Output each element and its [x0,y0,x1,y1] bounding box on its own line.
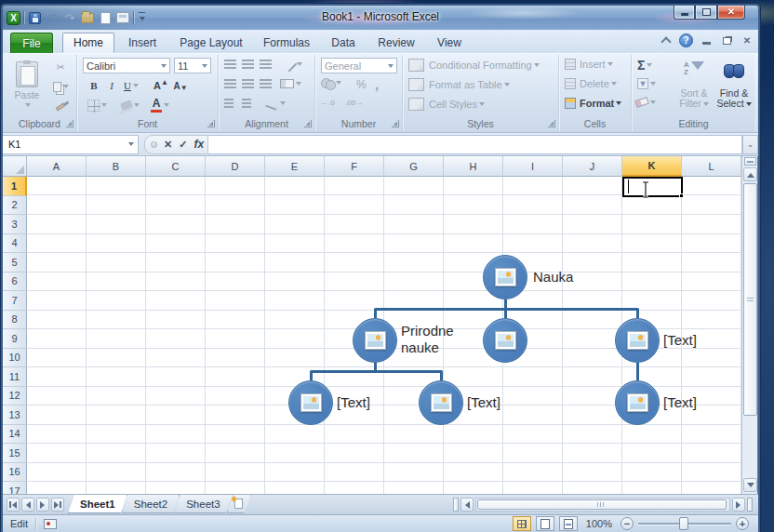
align-bottom-button[interactable] [260,60,272,69]
row-header-5[interactable]: 5 [3,253,27,273]
shrink-font-button[interactable]: A▼ [172,77,189,94]
diagram-node-label[interactable]: [Text] [337,394,370,411]
column-header-E[interactable]: E [265,156,325,177]
align-top-button[interactable] [224,60,236,69]
column-header-B[interactable]: B [87,156,146,177]
tab-file[interactable]: File [10,33,53,53]
tab-formulas[interactable]: Formulas [256,33,317,53]
font-color-button[interactable]: A [148,97,172,113]
row-header-8[interactable]: 8 [3,311,27,330]
diagram-node-label[interactable]: [Text] [467,394,500,411]
insert-cells-button[interactable]: Insert [565,59,628,70]
scroll-up-button[interactable] [743,167,757,181]
sort-filter-icon-area[interactable]: AZ [676,58,712,80]
column-header-C[interactable]: C [146,156,206,177]
close-button[interactable]: ✕ [717,6,745,20]
diagram-node-level2-3[interactable] [615,318,660,363]
row-header-10[interactable]: 10 [3,349,27,368]
picture-placeholder-icon[interactable] [431,393,452,412]
row-header-12[interactable]: 12 [3,387,27,406]
alignment-dialog-launcher[interactable] [304,120,312,127]
column-header-K[interactable]: K [622,156,682,177]
underline-button[interactable]: U [120,77,142,94]
workbook-restore-button[interactable] [719,34,734,47]
row-header-9[interactable]: 9 [3,329,27,349]
column-header-F[interactable]: F [325,156,384,177]
picture-placeholder-icon[interactable] [300,393,322,412]
number-dialog-launcher[interactable] [392,120,399,127]
decrease-indent-button[interactable] [224,99,234,108]
maximize-button[interactable] [695,6,717,20]
zoom-in-button[interactable]: + [736,517,749,530]
bold-button[interactable]: B [87,77,101,94]
sort-filter-button[interactable]: Sort &Filter [674,88,714,109]
autosum-button[interactable]: Σ [637,59,652,72]
help-button[interactable]: ? [679,33,693,47]
row-header-14[interactable]: 14 [3,425,27,445]
scroll-right-button[interactable] [732,498,745,512]
grow-font-button[interactable]: A▲ [152,77,170,94]
row-header-17[interactable]: 17 [3,482,27,494]
increase-decimal-button[interactable]: ←.0 [321,100,335,107]
sheet-tab-Sheet1[interactable]: Sheet1 [68,495,127,513]
minimize-ribbon-button[interactable] [659,34,674,47]
increase-indent-button[interactable] [242,99,251,108]
vertical-split-handle[interactable] [744,157,756,166]
vertical-scroll-thumb[interactable] [743,183,757,416]
format-cells-button[interactable]: Format [565,98,628,109]
tab-page-layout[interactable]: Page Layout [170,33,252,53]
fill-handle[interactable] [679,193,684,198]
cut-button[interactable]: ✂ [49,59,72,75]
column-header-A[interactable]: A [27,156,87,177]
orientation-button[interactable] [284,59,302,70]
font-dialog-launcher[interactable] [207,120,215,127]
last-sheet-button[interactable] [51,498,64,512]
diagram-node-label[interactable]: Nauka [533,269,573,286]
row-header-7[interactable]: 7 [3,291,27,311]
workbook-minimize-button[interactable] [699,34,714,47]
previous-sheet-button[interactable] [21,498,34,512]
diagram-node-level3-1[interactable] [288,380,333,425]
row-header-11[interactable]: 11 [3,367,27,387]
workbook-close-button[interactable]: ✕ [740,34,754,47]
zoom-slider-handle[interactable] [679,517,688,530]
vertical-scrollbar[interactable] [741,156,757,494]
fill-color-button[interactable] [118,97,142,113]
column-header-L[interactable]: L [682,156,741,177]
diagram-node-level2-1[interactable] [353,318,397,363]
tab-view[interactable]: View [427,33,472,53]
diagram-node-level3-2[interactable] [419,380,463,425]
diagram-node-level3-3[interactable] [615,380,660,425]
tab-insert[interactable]: Insert [118,33,167,53]
column-header-G[interactable]: G [384,156,444,177]
align-left-button[interactable] [224,79,236,88]
comma-style-button[interactable]: , [375,76,379,92]
row-header-3[interactable]: 3 [3,215,27,234]
italic-button[interactable]: I [105,77,118,94]
row-header-6[interactable]: 6 [3,273,27,292]
column-header-H[interactable]: H [444,156,503,177]
page-layout-view-button[interactable] [536,516,554,531]
picture-placeholder-icon[interactable] [365,331,386,350]
page-break-view-button[interactable] [559,516,578,531]
paste-button[interactable]: Paste [10,57,44,114]
find-select-icon-area[interactable] [717,60,751,80]
column-header-J[interactable]: J [563,156,622,177]
conditional-formatting-button[interactable]: Conditional Formatting [408,59,555,72]
sheet-tab-Sheet3[interactable]: Sheet3 [174,495,232,513]
align-middle-button[interactable] [242,60,254,69]
scroll-left-button[interactable] [460,498,474,512]
row-header-1[interactable]: 1 [3,177,27,196]
tab-scrollbar-splitter[interactable] [453,498,459,512]
tab-home[interactable]: Home [62,33,114,53]
diagram-node-label[interactable]: [Text] [663,332,697,349]
row-header-16[interactable]: 16 [3,463,27,483]
accounting-format-button[interactable] [321,78,341,87]
picture-placeholder-icon[interactable] [627,393,648,412]
copy-button[interactable] [49,78,72,95]
tab-data[interactable]: Data [321,33,366,53]
find-select-button[interactable]: Find &Select [715,88,753,109]
expand-formula-bar-button[interactable]: ⌄ [742,135,758,154]
clipboard-dialog-launcher[interactable] [66,120,73,127]
decrease-decimal-button[interactable]: .00→ [345,100,363,107]
